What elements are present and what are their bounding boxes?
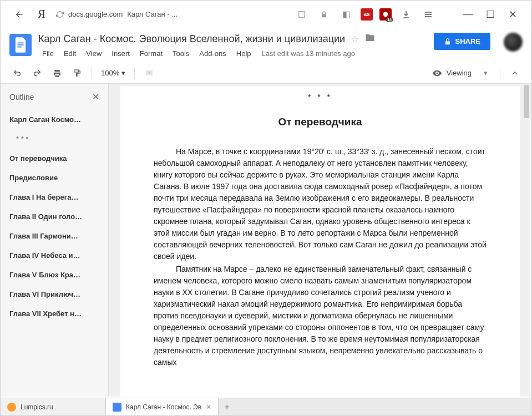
docs-toolbar: 100% ▾ Viewing ▾ [1, 63, 531, 84]
document-page: * * * От переводчика На Марсе, в точке с… [120, 86, 520, 397]
lock-icon [444, 38, 452, 45]
redo-button[interactable] [29, 65, 45, 81]
outline-item[interactable]: Глава II Один голо… [1, 207, 108, 226]
svg-rect-6 [74, 70, 79, 72]
svg-rect-2 [18, 42, 24, 43]
url-host: docs.google.com [68, 10, 123, 18]
svg-point-8 [436, 72, 438, 74]
outline-item[interactable]: Глава III Гармони… [1, 226, 108, 246]
menu-bar: File Edit View Insert Format Tools Add-o… [38, 48, 427, 59]
document-canvas[interactable]: * * * От переводчика На Марсе, в точке с… [109, 84, 531, 397]
zoom-value: 100% [101, 69, 119, 77]
outline-item[interactable]: Глава V Блюз Кра… [1, 265, 108, 285]
print-button[interactable] [49, 65, 65, 81]
svg-rect-0 [299, 11, 305, 17]
undo-button[interactable] [9, 65, 25, 81]
downloads-icon[interactable] [398, 7, 414, 22]
back-button[interactable] [12, 7, 27, 22]
hide-menus-button[interactable] [507, 65, 523, 81]
document-title[interactable]: Карл Саган - Космос. Эволюция Вселенной,… [38, 33, 345, 45]
outline-item[interactable]: Глава I На берега… [1, 187, 108, 207]
svg-rect-4 [18, 47, 22, 48]
section-separator: * * * [154, 92, 487, 103]
window-minimize-button[interactable]: — [460, 7, 476, 22]
browser-tab-bar: Lumpics.ru Карл Саган - Космос. Эв ✕ + [1, 398, 531, 415]
outline-item[interactable]: * * * [1, 129, 108, 149]
svg-rect-3 [18, 44, 24, 45]
extension-lastfm-icon[interactable]: as [361, 8, 373, 21]
new-tab-button[interactable]: + [219, 402, 235, 412]
body-paragraph: Памятник на Марсе – далеко не единственн… [154, 263, 487, 368]
outline-list: Карл Саган Космо… * * * От переводчика П… [1, 110, 108, 323]
browser-tab[interactable]: Карл Саган - Космос. Эв ✕ [106, 398, 219, 415]
favicon-icon [113, 403, 121, 412]
zoom-select[interactable]: 100% ▾ [99, 69, 128, 77]
main-area: Outline ✕ Карл Саган Космо… * * * От пер… [1, 84, 531, 397]
menu-addons[interactable]: Add-ons [195, 48, 230, 59]
url-title: Карл Саган - ... [127, 10, 178, 18]
chevron-down-icon: ▾ [121, 69, 125, 77]
add-comment-button[interactable] [141, 65, 157, 81]
menu-insert[interactable]: Insert [108, 48, 134, 59]
chevron-down-icon: ▾ [484, 69, 488, 77]
body-paragraph: На Марсе, в точке с координатами 19°20′ … [154, 146, 487, 262]
last-edit-label[interactable]: Last edit was 13 minutes ago [262, 49, 355, 58]
menu-help[interactable]: Help [232, 48, 255, 59]
menu-hamburger-icon[interactable] [420, 7, 436, 22]
close-outline-button[interactable]: ✕ [92, 92, 99, 102]
move-to-folder-icon[interactable] [365, 33, 375, 45]
vertical-scrollbar[interactable] [523, 84, 530, 397]
tab-label: Карл Саган - Космос. Эв [126, 403, 201, 411]
outline-panel: Outline ✕ Карл Саган Космо… * * * От пер… [1, 84, 109, 397]
share-label: SHARE [455, 37, 480, 45]
svg-rect-5 [445, 41, 450, 44]
svg-rect-1 [322, 14, 326, 17]
eye-icon [432, 68, 442, 78]
lock-icon[interactable] [316, 7, 332, 22]
tab-label: Lumpics.ru [21, 403, 53, 411]
close-tab-button[interactable]: ✕ [206, 403, 211, 411]
reader-mode-icon[interactable] [294, 7, 310, 22]
outline-item[interactable]: Глава IV Небеса и… [1, 246, 108, 265]
mode-selector[interactable]: Viewing ▾ [427, 66, 493, 80]
viewing-label: Viewing [447, 69, 472, 77]
yandex-logo-icon[interactable]: Я [34, 7, 49, 22]
reload-icon[interactable] [56, 11, 64, 18]
scroll-thumb[interactable] [524, 85, 529, 118]
menu-file[interactable]: File [38, 48, 58, 59]
menu-edit[interactable]: Edit [60, 48, 80, 59]
outline-title: Outline [9, 93, 34, 102]
browser-toolbar: Я docs.google.com Карл Саган - ... ◧ as … [1, 1, 531, 28]
paint-format-button[interactable] [69, 65, 85, 81]
star-icon[interactable]: ☆ [351, 33, 359, 45]
account-avatar[interactable] [504, 33, 523, 52]
docs-logo-icon[interactable] [9, 34, 32, 56]
outline-item[interactable]: Глава VI Приключ… [1, 285, 108, 304]
outline-item[interactable]: Карл Саган Космо… [1, 110, 108, 129]
window-close-button[interactable]: ✕ [505, 7, 520, 22]
outline-item[interactable]: От переводчика [1, 149, 108, 168]
protect-icon[interactable]: ◧ [338, 7, 354, 22]
outline-item[interactable]: Предисловие [1, 168, 108, 187]
share-button[interactable]: SHARE [434, 33, 490, 50]
menu-view[interactable]: View [82, 48, 105, 59]
favicon-icon [7, 403, 16, 412]
menu-tools[interactable]: Tools [169, 48, 193, 59]
browser-tab[interactable]: Lumpics.ru [1, 398, 106, 415]
section-heading: От переводчика [154, 114, 487, 130]
extension-ublock-icon[interactable] [379, 8, 392, 21]
docs-header: Карл Саган - Космос. Эволюция Вселенной,… [1, 28, 531, 59]
outline-item[interactable]: Глава VII Хребет н… [1, 304, 108, 323]
window-maximize-button[interactable]: ☐ [483, 7, 498, 22]
menu-format[interactable]: Format [136, 48, 166, 59]
address-bar[interactable]: docs.google.com Карл Саган - ... [56, 10, 287, 18]
